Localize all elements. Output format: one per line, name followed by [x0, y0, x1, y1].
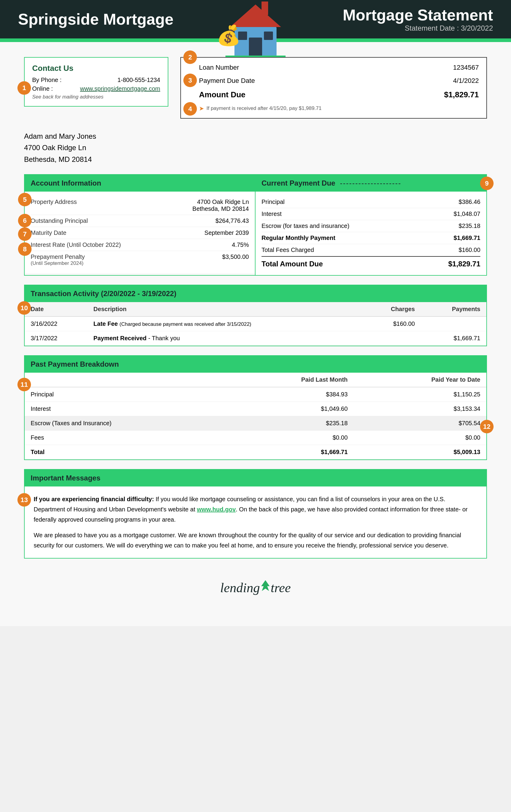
transaction-table: Date Description Charges Payments 3/16/2…	[25, 302, 486, 346]
company-name: Springside Mortgage	[18, 10, 173, 28]
current-payment-body: Principal $386.46 Interest $1,048.07 Esc…	[255, 192, 486, 275]
account-info-body: Property Address 4700 Oak Ridge Ln Bethe…	[25, 192, 255, 273]
loan-info-box: Loan Number 1234567 Payment Due Date 4/1…	[180, 57, 487, 119]
badge-10: 10	[18, 301, 31, 315]
amount-due-row: Amount Due $1,829.71	[199, 90, 479, 102]
pp-label-1: Principal	[25, 387, 227, 402]
total-fees-row: Total Fees Charged $160.00	[262, 244, 480, 256]
past-payment-thead: Paid Last Month Paid Year to Date	[25, 373, 486, 387]
maturity-date-row: Maturity Date September 2039	[31, 227, 249, 239]
pp-lm-1: $384.93	[227, 387, 354, 402]
prepayment-penalty-value: $3,500.00	[222, 254, 249, 266]
messages-header: Important Messages	[25, 470, 486, 487]
principal-row: Principal $386.46	[262, 196, 480, 208]
transaction-thead: Date Description Charges Payments	[25, 302, 486, 317]
customer-name: Adam and Mary Jones	[24, 130, 487, 142]
pp-lm-3: $235.18	[227, 416, 354, 431]
contact-box: Contact Us By Phone : 1-800-555-1234 Onl…	[24, 57, 168, 107]
pp-ytd-4: $0.00	[354, 431, 486, 445]
hud-link[interactable]: www.hud.gov	[197, 506, 236, 513]
outstanding-principal-value: $264,776.43	[216, 218, 249, 224]
current-payment-col: Current Payment Due Principal $386.46 In…	[255, 175, 486, 275]
prepayment-penalty-row: Prepayment Penalty (Until September 2024…	[31, 251, 249, 269]
principal-label: Principal	[262, 199, 285, 205]
payment-due-date-label: Payment Due Date	[199, 77, 255, 85]
svg-rect-4	[264, 32, 273, 40]
regular-monthly-label: Regular Monthly Payment	[262, 235, 335, 241]
past-payment-tbody: Principal $384.93 $1,150.25 Interest $1,…	[25, 387, 486, 460]
past-payment-header: Past Payment Breakdown	[25, 356, 486, 373]
online-label: Online :	[32, 85, 53, 92]
badge-7: 7	[18, 227, 32, 241]
badge-8: 8	[18, 242, 32, 256]
tx-desc-2: Payment Received - Thank you	[87, 331, 362, 346]
property-address-value: 4700 Oak Ridge Ln Bethesda, MD 20814	[192, 199, 249, 212]
past-payment-header-row: Paid Last Month Paid Year to Date	[25, 373, 486, 387]
pp-ytd-5: $5,009.13	[354, 445, 486, 460]
table-row: 3/16/2022 Late Fee (Charged because paym…	[25, 317, 486, 331]
total-amount-row: Total Amount Due $1,829.71	[262, 256, 480, 270]
property-address-row: Property Address 4700 Oak Ridge Ln Bethe…	[31, 196, 249, 215]
total-amount-value: $1,829.71	[448, 260, 480, 268]
pp-label-5: Total	[25, 445, 227, 460]
late-payment-note: ➤ If payment is received after 4/15/20, …	[199, 105, 479, 112]
badge-3: 3	[183, 74, 197, 87]
table-row: Fees $0.00 $0.00	[25, 431, 486, 445]
badge-6: 6	[18, 214, 32, 227]
escrow-value: $235.18	[459, 223, 480, 229]
transaction-section: Transaction Activity (2/20/2022 - 3/19/2…	[24, 285, 487, 346]
interest-rate-value: 4.75%	[232, 241, 249, 248]
badge-4: 4	[183, 102, 197, 116]
pp-col-last-month: Paid Last Month	[227, 373, 354, 387]
regular-monthly-row: Regular Monthly Payment $1,669.71	[262, 232, 480, 244]
loan-number-label: Loan Number	[199, 64, 239, 71]
two-col-section: 5 6 7 8 Account Information Property Add…	[24, 174, 487, 276]
table-row: Total $1,669.71 $5,009.13	[25, 445, 486, 460]
contact-title: Contact Us	[32, 64, 160, 73]
pp-lm-5: $1,669.71	[227, 445, 354, 460]
tx-payments-2: $1,669.71	[421, 331, 486, 346]
messages-section: Important Messages If you are experienci…	[24, 469, 487, 558]
svg-marker-1	[230, 4, 281, 27]
account-info-col: 5 6 7 8 Account Information Property Add…	[25, 175, 255, 275]
contact-note: See back for mailing addresses	[32, 94, 160, 100]
dashed-line	[340, 183, 400, 184]
pp-col-label	[25, 373, 227, 387]
tx-date-2: 3/17/2022	[25, 331, 87, 346]
loan-number-value: 1234567	[453, 64, 479, 71]
amount-due-label: Amount Due	[199, 90, 246, 99]
interest-label: Interest	[262, 210, 281, 218]
badge-1: 1	[18, 81, 31, 95]
col-date: Date	[25, 302, 87, 317]
page-header: Springside Mortgage 💰 Mortgage Statement…	[0, 0, 511, 38]
interest-rate-label: Interest Rate (Until October 2022)	[31, 241, 121, 248]
money-bag-icon: 💰	[216, 24, 241, 47]
statement-date: Statement Date : 3/20/2022	[343, 24, 493, 32]
badge-9: 9	[480, 177, 493, 190]
table-row: Escrow (Taxes and Insurance) $235.18 $70…	[25, 416, 486, 431]
website-link[interactable]: www.springsidemortgage.com	[80, 85, 160, 92]
account-payment-wrapper: 9 5 6 7 8 Account Information Property A…	[24, 174, 487, 276]
customer-address: Adam and Mary Jones 4700 Oak Ridge Ln Be…	[24, 130, 487, 165]
house-illustration: 💰	[225, 0, 286, 58]
amount-due-value: $1,829.71	[444, 90, 479, 99]
logo-text: lending	[220, 580, 260, 596]
svg-rect-2	[249, 37, 262, 57]
total-fees-value: $160.00	[459, 246, 480, 254]
logo-tree-text: tree	[271, 580, 291, 596]
pp-col-ytd: Paid Year to Date	[354, 373, 486, 387]
contact-online-row: Online : www.springsidemortgage.com	[32, 85, 160, 92]
outstanding-principal-row: Outstanding Principal $264,776.43	[31, 215, 249, 227]
prepayment-penalty-label: Prepayment Penalty (Until September 2024…	[31, 254, 85, 266]
interest-row: Interest $1,048.07	[262, 208, 480, 220]
message-paragraph-2: We are pleased to have you as a mortgage…	[34, 530, 477, 550]
pp-label-3: Escrow (Taxes and Insurance)	[25, 416, 227, 431]
pp-label-4: Fees	[25, 431, 227, 445]
header-right: Mortgage Statement Statement Date : 3/20…	[343, 6, 493, 32]
principal-value: $386.46	[459, 199, 480, 205]
total-fees-label: Total Fees Charged	[262, 246, 314, 254]
col-description: Description	[87, 302, 362, 317]
tx-payments-1	[421, 317, 486, 331]
messages-wrapper: 13 Important Messages If you are experie…	[24, 469, 487, 558]
transaction-header: Transaction Activity (2/20/2022 - 3/19/2…	[25, 285, 486, 302]
